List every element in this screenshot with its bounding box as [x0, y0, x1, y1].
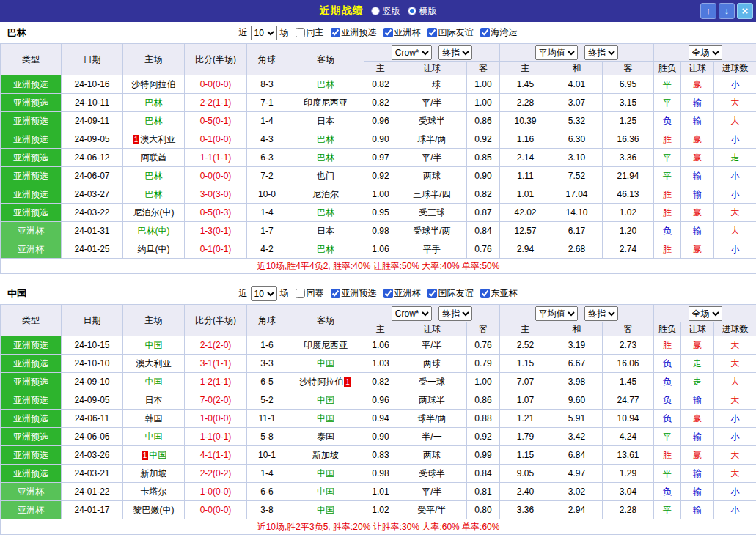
odds-stage-select[interactable]: 终指 — [438, 45, 472, 60]
scroll-down-button[interactable]: ↓ — [719, 3, 735, 19]
scroll-up-button[interactable]: ↑ — [700, 3, 716, 19]
avg-home-odds: 1.45 — [500, 75, 551, 94]
match-row: 亚洲预选24-09-05日本7-0(2-0)5-2中国0.96两球半0.861.… — [1, 391, 756, 410]
bookmaker-odds-header: Crow* 终指 — [364, 44, 500, 62]
comp-label: 海湾运 — [491, 26, 518, 39]
comp-checkbox-asian-cup[interactable]: 亚洲杯 — [383, 287, 421, 300]
team-name: 中国 — [7, 287, 26, 300]
match-row: 亚洲预选24-06-11韩国1-0(0-0)11-1中国0.94球半/两0.88… — [1, 410, 756, 428]
odds-away: 0.90 — [467, 167, 500, 185]
corner-score: 10-1 — [247, 446, 287, 465]
corner-score: 4-3 — [247, 130, 287, 149]
bookmaker-select[interactable]: Crow* — [392, 306, 432, 321]
result-outcome: 平 — [654, 167, 681, 185]
comp-checkbox-gulf-games[interactable]: 海湾运 — [480, 26, 518, 39]
match-row: 亚洲预选24-03-21新加坡2-2(0-2)1-4中国0.98受球半0.849… — [1, 465, 756, 483]
home-team: 巴林 — [123, 112, 185, 130]
checkbox-icon[interactable] — [427, 289, 437, 298]
same-venue-checkbox[interactable]: 同主 — [296, 26, 324, 39]
average-select[interactable]: 平均值 — [535, 45, 578, 60]
corner-score: 5-8 — [247, 428, 287, 446]
score: 0-5(0-1) — [185, 112, 247, 130]
avg-draw-odds: 14.10 — [551, 204, 603, 222]
result-outcome: 负 — [654, 373, 681, 391]
away-team: 中国 — [287, 483, 364, 501]
comp-checkbox-friendly[interactable]: 国际友谊 — [427, 287, 474, 300]
avg-draw-odds: 3.19 — [551, 336, 603, 355]
corner-score: 4-2 — [247, 240, 287, 259]
bookmaker-select[interactable]: Crow* — [392, 45, 432, 60]
odds-away: 0.81 — [467, 483, 500, 501]
competition-badge: 亚洲预选 — [1, 112, 62, 130]
average-select[interactable]: 平均值 — [535, 306, 578, 321]
comp-checkbox-east-asian-cup[interactable]: 东亚杯 — [480, 287, 518, 300]
checkbox-icon[interactable] — [331, 289, 340, 298]
close-button[interactable]: × — [737, 3, 753, 19]
corner-score: 7-1 — [247, 94, 287, 112]
result-goals: 大 — [714, 112, 756, 130]
checkbox-icon[interactable] — [480, 289, 490, 298]
checkbox-icon[interactable] — [296, 28, 305, 37]
titlebar-center: 近期战绩 竖版 横版 — [320, 4, 437, 18]
games-label: 场 — [280, 287, 289, 300]
avg-stage-select[interactable]: 终指 — [584, 45, 618, 60]
radio-vertical-layout[interactable]: 竖版 — [371, 5, 400, 18]
summary-line: 近10场,胜4平4负2, 胜率:40% 让胜率:50% 大率:40% 单率:50… — [1, 259, 756, 274]
competition-badge: 亚洲预选 — [1, 149, 62, 167]
col-avg-draw: 和 — [551, 322, 603, 336]
team-section-bahrain: 巴林 近 10 场 同主 亚洲预选 亚洲杯 国际友谊 海湾运 类型 — [0, 22, 756, 274]
avg-home-odds: 1.01 — [500, 185, 551, 204]
match-date: 24-03-27 — [62, 185, 123, 204]
odds-away: 0.86 — [467, 391, 500, 410]
comp-checkbox-asian-qualifiers[interactable]: 亚洲预选 — [331, 26, 377, 39]
competition-badge: 亚洲预选 — [1, 204, 62, 222]
up-arrow-icon: ↑ — [706, 5, 711, 16]
checkbox-icon[interactable] — [383, 289, 393, 298]
col-home: 主场 — [123, 305, 185, 336]
checkbox-icon[interactable] — [296, 289, 305, 298]
away-team: 巴林 — [287, 149, 364, 167]
odds-home: 0.96 — [364, 391, 397, 410]
scope-select[interactable]: 全场 — [689, 45, 722, 60]
avg-draw-odds: 3.02 — [551, 483, 603, 501]
match-count-select[interactable]: 10 — [251, 286, 277, 301]
avg-stage-select[interactable]: 终指 — [584, 306, 618, 321]
odds-home: 0.90 — [364, 428, 397, 446]
away-team: 印度尼西亚 — [287, 94, 364, 112]
competition-badge: 亚洲预选 — [1, 391, 62, 410]
score: 0-5(0-3) — [185, 204, 247, 222]
away-team: 中国 — [287, 465, 364, 483]
avg-draw-odds: 2.68 — [551, 240, 603, 259]
comp-checkbox-asian-cup[interactable]: 亚洲杯 — [383, 26, 421, 39]
radio-horizontal-layout[interactable]: 横版 — [408, 5, 437, 18]
checkbox-icon[interactable] — [331, 28, 340, 37]
summary-row: 近10场,胜2平3负5, 胜率:20% 让胜率:30% 大率:60% 单率:60… — [1, 519, 756, 535]
checkbox-icon[interactable] — [383, 28, 393, 37]
result-outcome: 负 — [654, 483, 681, 501]
result-goals: 小 — [714, 240, 756, 259]
odds-away: 0.86 — [467, 112, 500, 130]
handicap: 受球半 — [397, 465, 467, 483]
match-count-select[interactable]: 10 — [251, 26, 277, 40]
odds-away: 1.00 — [467, 94, 500, 112]
score: 0-0(0-0) — [185, 167, 247, 185]
same-venue-checkbox[interactable]: 同赛 — [296, 287, 324, 300]
filter-bar: 近 10 场 同主 亚洲预选 亚洲杯 国际友谊 海湾运 — [239, 26, 518, 40]
away-team: 泰国 — [287, 428, 364, 446]
checkbox-icon[interactable] — [427, 28, 437, 37]
away-team: 中国 — [287, 391, 364, 410]
score: 1-0(0-0) — [185, 410, 247, 428]
scope-select[interactable]: 全场 — [689, 306, 722, 321]
competition-badge: 亚洲预选 — [1, 446, 62, 465]
match-row: 亚洲预选24-06-12阿联酋1-1(1-1)6-3巴林0.97平/半0.852… — [1, 149, 756, 167]
corner-score: 6-3 — [247, 149, 287, 167]
handicap: 平/半 — [397, 149, 467, 167]
checkbox-icon[interactable] — [480, 28, 490, 37]
odds-stage-select[interactable]: 终指 — [438, 306, 472, 321]
comp-checkbox-asian-qualifiers[interactable]: 亚洲预选 — [331, 287, 377, 300]
handicap: 球半/两 — [397, 410, 467, 428]
comp-checkbox-friendly[interactable]: 国际友谊 — [427, 26, 474, 39]
avg-home-odds: 1.07 — [500, 391, 551, 410]
result-goals: 小 — [714, 130, 756, 149]
score: 0-0(0-0) — [185, 501, 247, 519]
